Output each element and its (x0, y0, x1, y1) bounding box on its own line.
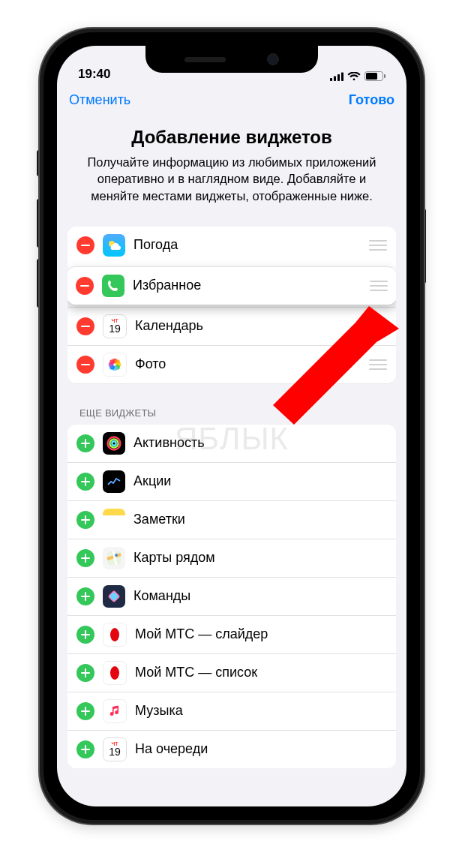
calendar-icon: ЧТ19 (103, 737, 127, 761)
svg-rect-22 (110, 591, 119, 601)
drag-handle-icon[interactable] (370, 277, 388, 295)
cellular-icon (330, 72, 344, 81)
widget-row: Мой МТС — слайдер (68, 615, 396, 653)
widget-label: Активность (134, 435, 387, 451)
svg-point-17 (110, 439, 118, 447)
phone-frame: 19:40 Отменить Готово Добавление виджето… (40, 29, 424, 824)
speaker (184, 57, 226, 62)
remove-button[interactable] (76, 317, 94, 335)
add-button[interactable] (76, 511, 94, 529)
remove-button[interactable] (76, 277, 94, 295)
battery-icon (364, 71, 386, 82)
svg-point-23 (110, 628, 119, 641)
more-widgets-header: ЕЩЕ ВИДЖЕТЫ (57, 388, 406, 425)
widget-row: Погода (68, 227, 396, 264)
activity-icon (103, 432, 125, 455)
phone-icon (102, 275, 124, 297)
widget-row: Команды (68, 577, 396, 615)
front-camera (267, 53, 279, 65)
weather-icon (103, 234, 125, 257)
widget-label: Музыка (135, 703, 387, 719)
remove-button[interactable] (76, 236, 94, 254)
stocks-icon (103, 470, 125, 493)
widget-row: ЧТ19 На очереди (68, 730, 396, 768)
shortcuts-icon (103, 585, 125, 608)
widget-label: На очереди (135, 741, 387, 757)
widget-row: Музыка (68, 692, 396, 730)
music-icon (103, 699, 127, 723)
drag-handle-icon[interactable] (369, 236, 387, 254)
photos-icon (103, 353, 127, 377)
add-button[interactable] (76, 702, 94, 720)
cancel-button[interactable]: Отменить (69, 92, 130, 108)
widget-label: Акции (134, 473, 387, 489)
svg-point-18 (112, 441, 116, 445)
widget-label: Фото (135, 356, 369, 372)
widget-label: Карты рядом (134, 550, 387, 566)
svg-rect-0 (330, 78, 332, 81)
maps-icon (103, 547, 125, 569)
nav-bar: Отменить Готово (57, 83, 406, 116)
add-button[interactable] (76, 740, 94, 758)
more-widgets-list: Активность Акции Заметки (68, 425, 396, 768)
widget-label: Избранное (133, 278, 370, 293)
widget-row: Заметки (68, 500, 396, 539)
wifi-icon (347, 72, 361, 81)
svg-rect-5 (366, 73, 377, 80)
widget-row: Активность (68, 425, 396, 462)
calendar-icon: ЧТ19 (103, 314, 127, 338)
notes-icon (103, 509, 125, 531)
svg-rect-6 (384, 74, 386, 78)
active-widgets-list: Погода Избранное ЧТ19 (68, 227, 396, 383)
status-time: 19:40 (78, 67, 110, 82)
widget-label: Календарь (135, 318, 369, 334)
svg-point-24 (110, 666, 119, 680)
widget-label: Погода (134, 237, 369, 253)
page-subtitle: Получайте информацию из любимых приложен… (76, 154, 387, 204)
widget-label: Мой МТС — слайдер (135, 626, 387, 642)
widget-label: Заметки (134, 512, 387, 527)
add-button[interactable] (76, 626, 94, 644)
widget-row: ЧТ19 Календарь (68, 307, 396, 345)
svg-point-20 (115, 554, 118, 557)
add-button[interactable] (76, 473, 94, 491)
widget-row: Карты рядом (68, 539, 396, 577)
svg-rect-1 (334, 77, 336, 82)
add-button[interactable] (76, 434, 94, 452)
svg-point-15 (110, 359, 115, 365)
widget-label: Команды (134, 588, 387, 604)
widget-row: Акции (68, 462, 396, 500)
screen: 19:40 Отменить Готово Добавление виджето… (57, 46, 406, 806)
svg-rect-2 (338, 74, 340, 81)
remove-button[interactable] (76, 356, 94, 374)
add-button[interactable] (76, 549, 94, 567)
mts-icon (103, 623, 127, 647)
done-button[interactable]: Готово (349, 92, 394, 108)
add-button[interactable] (76, 664, 94, 682)
widget-label: Мой МТС — список (135, 665, 387, 680)
widget-row: Фото (68, 345, 396, 383)
mts-icon (103, 661, 127, 685)
page-title: Добавление виджетов (76, 127, 387, 148)
widget-row: Мой МТС — список (68, 653, 396, 692)
drag-handle-icon[interactable] (369, 356, 387, 374)
drag-handle-icon[interactable] (369, 317, 387, 335)
svg-rect-3 (341, 73, 344, 82)
widget-row[interactable]: Избранное (68, 266, 396, 305)
add-button[interactable] (76, 587, 94, 605)
notch (146, 46, 318, 73)
